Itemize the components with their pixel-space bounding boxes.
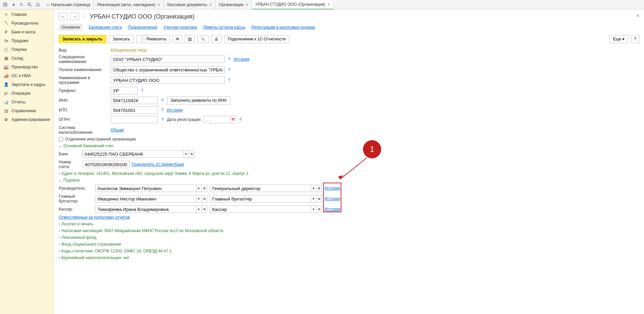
connect-1c-button[interactable]: Подключение к 1С-Отчетности xyxy=(224,35,289,43)
dropdown-icon[interactable]: ▾ xyxy=(311,206,316,213)
list-button[interactable]: ▤ xyxy=(185,35,195,43)
dropdown-icon[interactable]: ▾ xyxy=(311,185,316,192)
subtab-accounting-policy[interactable]: Учетная политика xyxy=(163,24,197,31)
sidebar-item-warehouse[interactable]: ▦Склад xyxy=(0,54,54,63)
large-taxpayer-section[interactable]: ›Крупнейший налогоплательщик: нет xyxy=(59,255,130,260)
tab-orgs[interactable]: Организации × xyxy=(216,0,252,9)
help-icon[interactable]: ? xyxy=(227,57,232,62)
help-icon[interactable]: ? xyxy=(140,88,145,93)
tab-realization[interactable]: Реализация (акты, накладные) × xyxy=(94,0,164,9)
logo-section[interactable]: ›Логотип и печать xyxy=(59,222,93,226)
history-link[interactable]: История xyxy=(325,196,340,201)
bank-input[interactable] xyxy=(82,150,184,158)
inn-input[interactable] xyxy=(111,97,158,104)
cashier-person-input[interactable] xyxy=(95,206,196,213)
subtab-tax-reg[interactable]: Регистрации в налоговых органах xyxy=(251,24,315,31)
director-person-input[interactable] xyxy=(95,185,196,192)
sidebar-item-production[interactable]: 🏭Производство xyxy=(0,63,54,71)
accountant-role-input[interactable] xyxy=(210,195,311,202)
open-icon[interactable]: ⧉ xyxy=(316,185,322,192)
close-icon[interactable]: × xyxy=(158,2,160,7)
history-link[interactable]: История xyxy=(234,57,250,62)
search-icon[interactable] xyxy=(26,0,34,9)
nav-forward-button[interactable]: → xyxy=(70,13,79,20)
subtab-cash-limits[interactable]: Лимиты остатка кассы xyxy=(203,24,245,31)
dropdown-icon[interactable]: ▾ xyxy=(184,150,189,158)
nav-back-button[interactable]: ← xyxy=(59,13,67,20)
dropdown-icon[interactable]: ▾ xyxy=(311,195,316,202)
sidebar-item-operations[interactable]: ДтОперации xyxy=(0,89,54,98)
history-link[interactable]: История xyxy=(325,186,340,191)
mail-button[interactable]: ✉ xyxy=(173,35,182,43)
history-icon[interactable]: ↻ xyxy=(18,0,26,9)
acct-input[interactable] xyxy=(82,161,130,168)
full-name-input[interactable] xyxy=(111,66,225,73)
bell-icon[interactable] xyxy=(34,0,42,9)
print-button[interactable]: 🖨 xyxy=(211,35,221,43)
kpp-input[interactable] xyxy=(111,106,158,114)
open-icon[interactable]: ⧉ xyxy=(202,195,207,202)
ogrn-input[interactable] xyxy=(111,116,158,123)
prog-name-input[interactable] xyxy=(111,76,225,84)
stats-codes-section[interactable]: ›Коды статистики: ОКОПФ 12300, ОКФС 16, … xyxy=(59,249,172,253)
sidebar-item-dicts[interactable]: ▤Справочники xyxy=(0,106,54,115)
help-icon[interactable]: ? xyxy=(160,108,165,113)
tax-sys-link[interactable]: Общая xyxy=(111,128,124,132)
favorite-star-icon[interactable]: ☆ xyxy=(82,13,87,20)
open-icon[interactable]: ⧉ xyxy=(189,150,194,158)
dropdown-icon[interactable]: ▾ xyxy=(196,206,202,213)
direct-bank-link[interactable]: Подключить 1С:ДиректБанк xyxy=(132,162,184,167)
requisites-button[interactable]: 📄Реквизиты xyxy=(136,35,170,43)
help-button[interactable]: ? xyxy=(631,35,639,43)
responsible-link[interactable]: Ответственные за подготовку отчетов xyxy=(59,215,130,220)
reg-date-input[interactable] xyxy=(203,116,230,123)
tab-org-urban[interactable]: УРБАН СТУДИО ООО (Организация) × xyxy=(252,0,334,9)
bank-section-header[interactable]: ⌄Основной банковский счет xyxy=(59,144,113,148)
fill-by-inn-button[interactable]: Заполнить реквизиты по ИНН xyxy=(167,96,230,104)
help-icon[interactable]: ? xyxy=(238,117,243,122)
save-close-button[interactable]: Записать и закрыть xyxy=(59,35,106,43)
sidebar-item-main[interactable]: ≡Главное xyxy=(0,10,54,19)
close-icon[interactable]: × xyxy=(327,2,330,7)
kind-value[interactable]: Юридическое лицо xyxy=(111,48,147,53)
dropdown-icon[interactable]: ▾ xyxy=(196,185,202,192)
sidebar-item-admin[interactable]: ✿Администрирование xyxy=(0,115,54,124)
close-icon[interactable]: × xyxy=(209,2,212,7)
accountant-person-input[interactable] xyxy=(95,195,196,202)
calendar-icon[interactable]: 📅 xyxy=(230,116,236,123)
sidebar-item-reports[interactable]: 📊Отчеты xyxy=(0,98,54,106)
sidebar-item-assets[interactable]: 🚚ОС и НМА xyxy=(0,71,54,80)
history-link[interactable]: История xyxy=(325,207,340,212)
signs-section-header[interactable]: ⌄Подписи xyxy=(59,178,80,183)
star-icon[interactable]: ★ xyxy=(9,0,18,9)
pension-section[interactable]: ›Пенсионный фонд xyxy=(59,235,96,240)
tax-inspection-section[interactable]: ›Налоговая инспекция: 5047 Межрайонная И… xyxy=(59,228,223,233)
subtab-bank-accts[interactable]: Банковские счета xyxy=(89,24,122,31)
subtab-divisions[interactable]: Подразделения xyxy=(128,24,157,31)
sidebar-item-salary[interactable]: 👤Зарплата и кадры xyxy=(0,80,54,89)
foreign-branch-checkbox[interactable] xyxy=(59,137,63,142)
close-page-icon[interactable]: × xyxy=(636,13,639,19)
address-section-header[interactable]: ›Адрес и телефон: 141401, Московская обл… xyxy=(59,171,249,176)
apps-icon[interactable] xyxy=(1,0,9,9)
open-icon[interactable]: ⧉ xyxy=(202,206,207,213)
director-role-input[interactable] xyxy=(210,185,311,192)
open-icon[interactable]: ⧉ xyxy=(316,206,322,213)
close-icon[interactable]: × xyxy=(246,2,248,7)
help-icon[interactable]: ? xyxy=(227,67,232,72)
sidebar-item-manager[interactable]: 〽Руководителю xyxy=(0,19,54,28)
open-icon[interactable]: ⧉ xyxy=(316,195,322,202)
save-button[interactable]: Записать xyxy=(109,35,134,43)
more-button[interactable]: Еще ▾ xyxy=(609,35,628,43)
tab-cash-docs[interactable]: Кассовые документы × xyxy=(164,0,216,9)
help-icon[interactable]: ? xyxy=(160,98,165,103)
sidebar-item-sales[interactable]: 🛍Продажи xyxy=(0,36,54,45)
tab-home[interactable]: ⌂ Начальная страница xyxy=(43,0,94,9)
open-icon[interactable]: ⧉ xyxy=(202,185,207,192)
sidebar-item-bank[interactable]: ₽Банк и касса xyxy=(0,28,54,36)
short-name-input[interactable] xyxy=(111,56,225,63)
prefix-input[interactable] xyxy=(111,87,138,94)
cashier-role-input[interactable] xyxy=(210,206,311,213)
help-icon[interactable]: ? xyxy=(227,78,232,83)
dropdown-icon[interactable]: ▾ xyxy=(196,195,202,202)
